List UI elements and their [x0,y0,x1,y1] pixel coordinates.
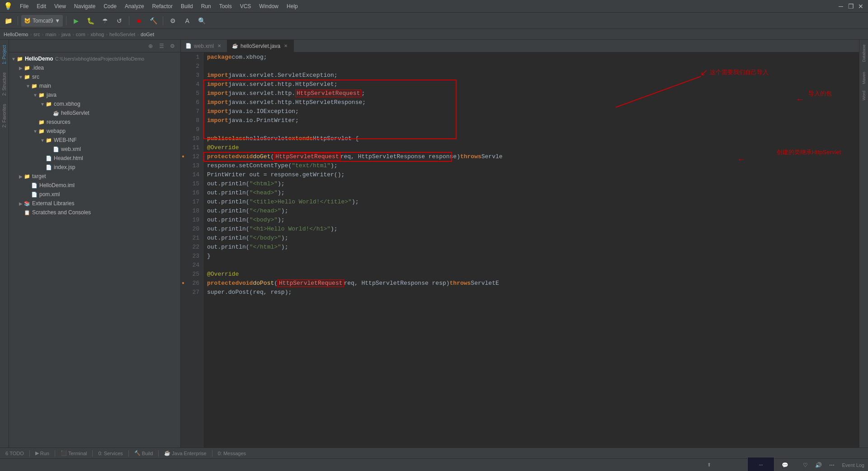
tree-item[interactable]: ▼📁main [9,81,180,90]
code-line[interactable] [203,61,859,71]
tree-item[interactable]: 📄pom.xml [9,190,180,199]
code-line[interactable]: out.println("</html>"); [203,242,859,251]
code-line[interactable]: import java.io.PrintWriter; [203,116,859,125]
sound-icon[interactable]: 🔊 [815,462,822,468]
breadcrumb-part[interactable]: HelloDemo [4,32,28,37]
word-wrap-tab[interactable]: Word [859,89,868,102]
code-line[interactable]: import javax.servlet.ServletException; [203,71,859,80]
tree-item[interactable]: 📁resources [9,118,180,127]
breadcrumb-part[interactable]: main [45,32,56,37]
tree-item[interactable]: ▼📁webapp [9,127,180,136]
maximize-button[interactable]: ❐ [847,3,854,10]
code-line[interactable]: out.println("</body>"); [203,233,859,242]
code-line[interactable]: import java.io.IOException; [203,107,859,116]
code-line[interactable]: protected void doPost(HttpServletRequest… [203,278,859,287]
tree-item[interactable]: ☕helloServlet [9,108,180,118]
tree-item[interactable]: 📋Scratches and Consoles [9,208,180,217]
code-line[interactable]: out.println("<h1>Hello World!</h1>"); [203,224,859,233]
tab-close-button[interactable]: ✕ [216,43,222,49]
event-log-button[interactable]: Event Log [842,462,864,468]
code-line[interactable]: PrintWriter out = response.getWriter(); [203,170,859,179]
tree-item[interactable]: ▼📁com.xbhog [9,99,180,108]
code-line[interactable]: import javax.servlet.http.HttpServletReq… [203,89,859,98]
tree-item[interactable]: 📄index.jsp [9,163,180,172]
breadcrumb-part[interactable]: doGet [141,32,154,37]
code-line[interactable]: out.println("<title>Hello World!</title>… [203,197,859,206]
code-line[interactable] [203,125,859,134]
maven-tab[interactable]: Maven [859,69,868,87]
favorites-tab[interactable]: 2: Favorites [0,100,8,131]
build-tab[interactable]: 🔨 Build [131,448,156,458]
code-line[interactable]: @Override [203,143,859,152]
code-line[interactable]: } [203,251,859,260]
tree-item[interactable]: ▼📁WEB-INF [9,136,180,145]
coverage-button[interactable]: ☂ [99,14,111,27]
menu-item-code[interactable]: Code [100,2,120,10]
code-line[interactable]: import javax.servlet.http.HttpServlet; [203,80,859,89]
build-button[interactable]: 🔨 [147,14,160,27]
open-button[interactable]: 📁 [2,14,14,27]
menu-item-analyze[interactable]: Analyze [121,2,148,10]
run-tab[interactable]: ▶ Run [32,448,53,458]
search-button[interactable]: 🔍 [195,14,208,27]
tree-item[interactable]: ▼📁java [9,90,180,99]
code-content[interactable]: package com.xbhog; import javax.servlet.… [203,52,859,447]
menu-item-edit[interactable]: Edit [33,2,50,10]
menu-item-tools[interactable]: Tools [216,2,236,10]
code-line[interactable]: super.doPost(req, resp); [203,287,859,297]
more-icon[interactable]: ⋯ [829,462,835,468]
run-button[interactable]: ▶ [70,14,82,27]
tree-item[interactable]: ▼📁src [9,72,180,81]
debug-button[interactable]: 🐛 [84,14,97,27]
todo-tab[interactable]: 6 TODO [2,448,28,458]
tree-item[interactable]: 📄HelloDemo.iml [9,181,180,190]
close-button[interactable]: ✕ [857,3,864,10]
like-icon[interactable]: ♡ [803,462,808,468]
code-line[interactable]: out.println("</head>"); [203,206,859,215]
tab-close-button[interactable]: ✕ [283,43,289,49]
menu-item-help[interactable]: Help [283,2,302,10]
tree-item[interactable]: 📄web.xml [9,145,180,154]
menu-item-vcs[interactable]: VCS [236,2,255,10]
tree-item[interactable]: ▶📚External Libraries [9,199,180,208]
tab-web-xml[interactable]: 📄 web.xml ✕ [181,40,227,52]
project-locate-button[interactable]: ⊕ [146,42,155,51]
java-enterprise-tab[interactable]: ☕ Java Enterprise [160,448,210,458]
project-settings-button[interactable]: ⚙ [168,42,177,51]
code-line[interactable]: out.println("<head>"); [203,188,859,197]
breadcrumb-part[interactable]: java [61,32,71,37]
tree-item[interactable]: ▶📁target [9,172,180,181]
breadcrumb-part[interactable]: src [33,32,40,37]
menu-item-navigate[interactable]: Navigate [71,2,99,10]
code-line[interactable]: package com.xbhog; [203,52,859,61]
breadcrumb-part[interactable]: com [76,32,85,37]
breadcrumb-part[interactable]: helloServlet [109,32,135,37]
stop-button[interactable]: ■ [132,14,145,27]
menu-item-refactor[interactable]: Refactor [149,2,176,10]
settings-button[interactable]: ⚙ [166,14,179,27]
menu-item-file[interactable]: File [16,2,32,10]
code-line[interactable]: @Override [203,269,859,278]
tree-item[interactable]: ▼📁HelloDemoC:\Users\xbhog\IdeaProjects\H… [9,54,180,63]
tree-item[interactable]: ▶📁.idea [9,63,180,72]
tree-item[interactable]: 📄Header.html [9,154,180,163]
code-line[interactable]: out.println("<body>"); [203,215,859,224]
menu-item-run[interactable]: Run [198,2,215,10]
code-line[interactable]: public class helloServlet extends HttpSe… [203,134,859,143]
code-line[interactable]: out.println("<html>"); [203,179,859,188]
code-line[interactable]: protected void doGet(HttpServletRequest … [203,152,859,161]
services-tab[interactable]: 0: Services [94,448,126,458]
project-tab[interactable]: 1: Project [0,42,8,68]
run-configuration[interactable]: 🐱 Tomcat9 ▼ [21,15,63,27]
database-tab[interactable]: Database [859,40,868,67]
menu-item-window[interactable]: Window [255,2,282,10]
code-line[interactable]: import javax.servlet.http.HttpServletRes… [203,98,859,107]
breadcrumb-part[interactable]: xbhog [90,32,104,37]
tab-helloservlet-java[interactable]: ☕ helloServlet.java ✕ [227,40,294,52]
project-collapse-button[interactable]: ☰ [157,42,166,51]
menu-item-build[interactable]: Build [177,2,197,10]
code-line[interactable]: response.setContentType("text/html"); [203,161,859,170]
messages-tab[interactable]: 0: Messages [214,448,250,458]
structure-tab[interactable]: 2: Structure [0,69,8,99]
code-line[interactable] [203,260,859,269]
